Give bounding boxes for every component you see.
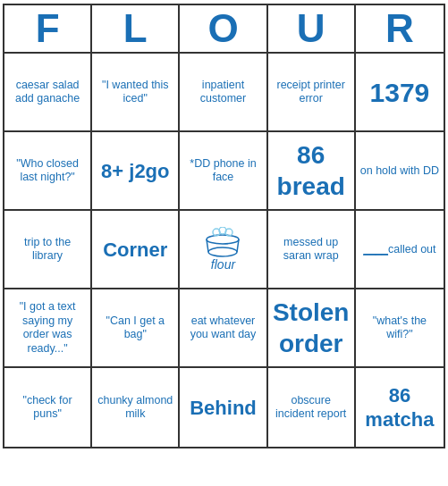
cell-2-2-logo: flour — [180, 211, 267, 289]
cell-3-0: "I got a text saying my order was ready.… — [4, 289, 92, 368]
cell-4-1: chunky almond milk — [92, 368, 180, 447]
cell-3-4: "what's the wifi?" — [356, 289, 444, 368]
flour-logo: flour — [200, 227, 245, 273]
cell-4-0: "check for puns" — [4, 368, 92, 447]
cell-2-3: messed up saran wrap — [268, 211, 356, 289]
cell-1-1: 8+ j2go — [92, 132, 180, 211]
cell-4-2: Behind — [180, 368, 267, 447]
cell-0-0: caesar salad add ganache — [4, 54, 92, 132]
cell-2-0: trip to the library — [4, 211, 92, 289]
header-o: O — [180, 5, 267, 54]
cell-0-3: receipt printer error — [268, 54, 356, 132]
header-u: U — [268, 5, 356, 54]
header-l: L — [92, 5, 180, 54]
cell-0-1: "I wanted this iced" — [92, 54, 180, 132]
flour-brand-text: flour — [211, 257, 235, 273]
bingo-header: F L O U R — [3, 4, 445, 54]
cell-3-2: eat whatever you want day — [180, 289, 267, 368]
header-r: R — [356, 5, 444, 54]
cell-1-4: on hold with DD — [356, 132, 444, 211]
bingo-grid: caesar salad add ganache "I wanted this … — [3, 54, 445, 448]
cell-2-1: Corner — [92, 211, 180, 289]
cell-2-4: ____called out — [356, 211, 444, 289]
bingo-card: F L O U R caesar salad add ganache "I wa… — [3, 4, 445, 448]
cell-3-3: Stolen order — [268, 289, 356, 368]
cell-0-2: inpatient customer — [180, 54, 267, 132]
cell-4-4: 86 matcha — [356, 368, 444, 447]
cell-3-1: "Can I get a bag" — [92, 289, 180, 368]
svg-point-3 — [207, 235, 239, 244]
cell-0-4: 1379 — [356, 54, 444, 132]
cell-1-2: *DD phone in face — [180, 132, 267, 211]
header-f: F — [4, 5, 92, 54]
cell-4-3: obscure incident report — [268, 368, 356, 447]
cell-1-3: 86 bread — [268, 132, 356, 211]
svg-point-0 — [208, 247, 237, 256]
flour-svg-icon — [200, 227, 245, 257]
cell-1-0: "Who closed last night?" — [4, 132, 92, 211]
